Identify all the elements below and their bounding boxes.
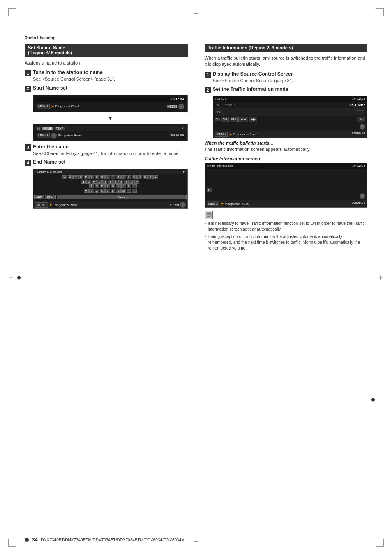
column-divider (196, 44, 196, 253)
top-rule (25, 33, 367, 33)
hand-icon-s2: ☞ (51, 133, 57, 139)
page-models: DNX7340BT/DNX7340BTM/DDX7034BT/DDX7034BT… (41, 538, 184, 542)
traffic-ti-area: TI (205, 185, 367, 193)
step-1-title: Tune in to the station to name (33, 69, 188, 75)
right-column: Traffic Information (Region 2/ 3 models)… (205, 44, 368, 253)
kb-row-4: ▼ ZXCVBNM—— (34, 189, 187, 193)
page-number: 34 (32, 537, 37, 543)
am-btn: AM (221, 117, 229, 122)
left-section-header: Set Station Name (Region 4/ 6 models) (25, 44, 188, 57)
right-step-1: 1 Display the Source Control Screen See … (205, 71, 368, 84)
right-step-1-number: 1 (205, 72, 211, 78)
step-1-content: Tune in to the station to name See <Sour… (33, 69, 188, 82)
notes-icon (205, 211, 213, 219)
freq-kb: 99999 (170, 203, 179, 207)
when-bulletin-heading: When the traffic bulletin starts... (205, 141, 368, 146)
step-3: 3 Enter the name See <Character Entry> (… (25, 144, 188, 157)
keyboard-screen: TUNER Name Set ► ◄ ABCDEFGHIJKLMNOP ► ▲ (33, 169, 188, 209)
road-kb: Ridgeview Road (54, 203, 78, 207)
step-3-number: 3 (25, 144, 31, 151)
tuner-road: MENU ➤ Ridgeview Road 99999.99 (213, 131, 367, 138)
traffic-ti-badge: TI (207, 188, 212, 192)
right-intro: When a traffic bulletin starts, any sour… (205, 55, 368, 68)
fm-btn: FM (230, 117, 238, 122)
traffic-label: Traffic Information (207, 164, 233, 168)
left-title-line1: Set Station Name (28, 45, 65, 50)
note-1: It is necessary to have Traffic Informat… (205, 221, 368, 232)
road-s2: Ridgeview Road (58, 134, 82, 137)
kb-title: TUNER Name Set (35, 170, 62, 173)
screen-2-main: MENU ☞ Ridgeview Road 99999.99 (35, 132, 186, 139)
arrow-down-1: ▼ (33, 115, 188, 121)
step-3-content: Enter the name See <Character Entry> (pa… (33, 144, 188, 157)
tuner-ps: PS (217, 111, 221, 114)
step-2-content: Start Name set (33, 85, 188, 91)
crop-mark-br (376, 539, 384, 547)
text-tab: TEXT (55, 127, 65, 130)
right-step-1-desc: See <Source Control Screen> (page 31). (213, 78, 368, 84)
step-4-content: End Name set (33, 159, 188, 165)
footer-bullet (25, 538, 29, 542)
right-step-1-content: Display the Source Control Screen See <S… (213, 71, 368, 84)
step-4-number: 4 (25, 160, 31, 166)
right-step-1-title: Display the Source Control Screen (213, 71, 368, 77)
right-step-2-content: Set the Traffic information mode (213, 86, 368, 92)
menu-btn-s1: MENU (37, 104, 50, 109)
left-intro: Assigns a name to a station. (25, 60, 188, 66)
list-btn: List (357, 117, 365, 122)
crop-mark-tl (8, 8, 16, 16)
space-btn: Space (57, 195, 186, 199)
menu-btn-kb: MENU (35, 202, 48, 208)
two-column-layout: Set Station Name (Region 4/ 6 models) As… (25, 44, 367, 253)
hand-icon-kb: ☞ (180, 202, 186, 208)
menu-btn-tuner: MENU (215, 132, 228, 137)
traffic-time: 12:34 (357, 164, 365, 168)
traffic-road: MENU ➤ Ridgeview Road 99999.99 (205, 200, 367, 207)
traffic-top-bar: Traffic Information AM 12:34 (205, 163, 367, 169)
kb-row-1: ◄ ABCDEFGHIJKLMNOP ► (34, 175, 187, 179)
crop-mark-tr (376, 8, 384, 16)
kb-bottom-bar: ABC Clear Space (33, 194, 187, 200)
svg-rect-1 (207, 213, 211, 214)
menu-btn-traffic: MENU (207, 201, 220, 206)
page-footer: 34 DNX7340BT/DNX7340BTM/DDX7034BT/DDX703… (25, 537, 367, 543)
kb-row-2: ▲ QWERTYUIOP (34, 180, 187, 184)
section-label: Radio Listening (25, 36, 367, 40)
step-2-title: Start Name set (33, 85, 188, 91)
right-step-2: 2 Set the Traffic information mode (205, 86, 368, 93)
svg-rect-2 (207, 215, 211, 215)
abc-btn: ABC (34, 195, 44, 199)
screen-1-main: MENU ➤ Ridgeview Road 99999 ☞ (35, 103, 186, 110)
when-bulletin-desc: The Traffic Information screen appears a… (205, 146, 368, 153)
step-3-desc: See <Character Entry> (page 41) for info… (33, 150, 188, 157)
side-bullet-right (371, 397, 375, 403)
note-2: During reception of traffic information … (205, 234, 368, 251)
cross-top (194, 9, 198, 14)
road-tuner: Ridgeview Road (233, 132, 257, 136)
next-btn: ▶▶ (249, 117, 257, 122)
step-3-title: Enter the name (33, 144, 188, 150)
traffic-screen-wrapper: Traffic Information AM 12:34 TI ☞ (205, 163, 368, 208)
tuner-preset: Preset 8 (224, 104, 235, 106)
tuner-time: 12:34 (357, 97, 365, 101)
hand-wrapper: ☞ (213, 123, 367, 130)
hand-icon-s1: ☞ (178, 104, 184, 109)
tuner-screen-wrapper: TUNER AM 12:34 FM 1 Preset 8 98.1 M (213, 96, 368, 138)
traffic-hand-wrapper: ☞ (205, 193, 367, 199)
freq-s1: 99999 (167, 104, 177, 109)
right-title: Traffic Information (Region 2/ 3 models) (208, 45, 293, 50)
left-title-line2: (Region 4/ 6 models) (28, 50, 72, 55)
page-content: Radio Listening Set Station Name (Region… (25, 33, 367, 530)
notes-section: It is necessary to have Traffic Informat… (205, 211, 368, 251)
cross-left (9, 278, 13, 278)
hand-icon-traffic: ☞ (360, 193, 365, 199)
tuner-ps-area: PS ——— (215, 108, 366, 116)
kb-header: TUNER Name Set ► (33, 169, 187, 174)
freq-s2: 99999.99 (170, 134, 184, 137)
tuner-controls: TI AM FM ◄◄ ▶▶ List (215, 117, 366, 122)
traffic-main (205, 169, 367, 185)
kb-road-bar: MENU ➤ Ridgeview Road 99999 ☞ (33, 201, 187, 208)
kb-rows: ◄ ABCDEFGHIJKLMNOP ► ▲ QWERTYUIOP AS (33, 174, 187, 194)
name-tab: NAME (42, 127, 53, 130)
svg-rect-3 (207, 216, 210, 217)
